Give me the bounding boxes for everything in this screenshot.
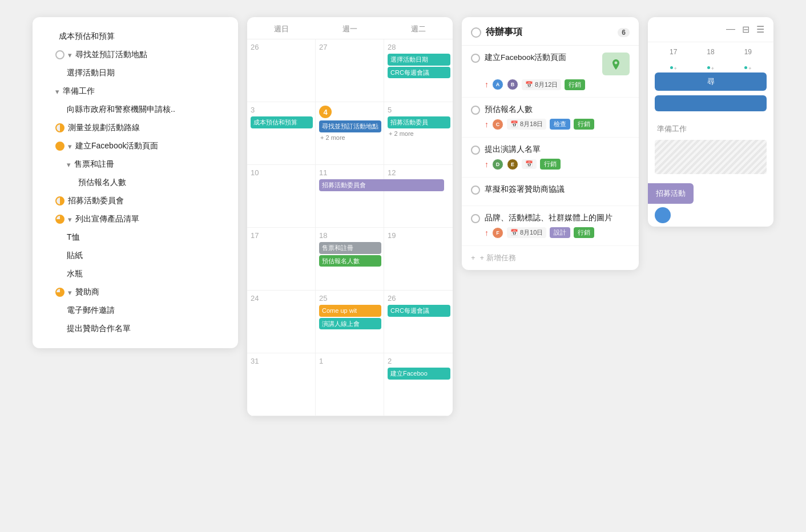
date-text: 8月10日 — [520, 228, 543, 237]
cal-cell[interactable]: 28 選擇活動日期 CRC每週會議 — [384, 39, 453, 102]
calendar-event[interactable]: 招募活動委員 — [388, 116, 450, 128]
add-task-button[interactable]: + + 新增任務 — [462, 246, 639, 270]
right-search-bar[interactable]: 尋 — [655, 72, 767, 91]
todo-item-radio[interactable] — [471, 54, 480, 63]
cal-date: 12 — [388, 168, 450, 177]
right-cal-date-cell: + — [692, 62, 729, 72]
task-item[interactable]: 電子郵件邀請 — [33, 301, 238, 320]
priority-arrow: ↑ — [485, 120, 489, 129]
todo-item-name: 品牌、活動標誌、社群媒體上的圖片 — [485, 213, 630, 224]
task-label: 售票和註冊 — [74, 159, 114, 170]
avatar: B — [507, 79, 518, 90]
task-item[interactable]: ▾ 尋找並預訂活動地點 — [33, 46, 238, 64]
tag: 行銷 — [540, 159, 561, 170]
task-item[interactable]: ▾ 建立Facebook活動頁面 — [33, 137, 238, 155]
right-cal-header: 17 18 19 — [648, 42, 773, 62]
todo-radio[interactable] — [471, 27, 481, 38]
task-item[interactable]: T恤 — [33, 228, 238, 247]
todo-item[interactable]: 預估報名人數 ↑ C 📅 8月18日 檢查 行銷 — [462, 98, 639, 138]
date-badge: 📅 — [522, 159, 537, 169]
task-item[interactable]: ▾ 售票和註冊 — [33, 155, 238, 174]
task-item[interactable]: ▾ 列出宣傳產品清單 — [33, 210, 238, 228]
todo-item-radio[interactable] — [471, 106, 480, 115]
todo-item-radio[interactable] — [471, 214, 480, 223]
todo-item-name: 草擬和簽署贊助商協議 — [485, 184, 630, 195]
calendar-event[interactable]: CRC每週會議 — [388, 67, 450, 79]
task-item[interactable]: 水瓶 — [33, 265, 238, 283]
cal-cell[interactable]: 1 — [316, 353, 384, 416]
cal-cell[interactable]: 5 招募活動委員 + 2 more — [384, 102, 453, 165]
cal-cell[interactable]: 4 尋找並預訂活動地點 + 2 more — [316, 102, 384, 165]
todo-item-radio[interactable] — [471, 186, 480, 195]
cal-cell[interactable]: 10 — [247, 165, 316, 228]
task-radio[interactable] — [55, 50, 65, 59]
calendar-event[interactable]: 尋找並預訂活動地點 — [319, 120, 381, 132]
right-recruit-bar: 招募活動 — [648, 183, 694, 204]
todo-item[interactable]: 品牌、活動標誌、社群媒體上的圖片 ↑ F 📅 8月10日 設計 行銷 — [462, 206, 639, 246]
calendar-icon: 📅 — [525, 160, 533, 168]
expand-arrow: ▾ — [68, 215, 72, 224]
task-item[interactable]: 測量並規劃活動路線 — [33, 119, 238, 137]
cal-cell[interactable]: 24 — [247, 291, 316, 353]
cal-cell[interactable]: 11 招募活動委員會 — [316, 165, 384, 228]
todo-item-name: 建立Facebook活動頁面 — [485, 53, 598, 63]
todo-meta: ↑ A B 📅 8月12日 行銷 — [471, 79, 630, 90]
cal-cell[interactable]: 18 售票和註冊 預估報名人數 — [316, 228, 384, 291]
cal-cell[interactable]: 26 — [247, 39, 316, 102]
pie-progress-icon — [55, 215, 65, 224]
todo-item[interactable]: 建立Facebook活動頁面 ↑ A B 📅 8月12日 行銷 — [462, 46, 639, 98]
cal-cell[interactable]: 3 成本預估和預算 — [247, 102, 316, 165]
cal-cell[interactable]: 17 — [247, 228, 316, 291]
todo-item-radio[interactable] — [471, 146, 480, 155]
calendar-event-span[interactable]: 招募活動委員會 — [319, 179, 444, 191]
right-section-label: 準備工作 — [648, 116, 773, 138]
task-item[interactable]: 招募活動委員會 — [33, 192, 238, 210]
expand-arrow: ▾ — [55, 87, 59, 96]
cal-cell[interactable]: 19 — [384, 228, 453, 291]
avatar: A — [492, 79, 503, 90]
right-cal-day: 19 — [730, 46, 767, 58]
minimize-icon[interactable]: — — [726, 24, 735, 35]
task-label: 成本預估和預算 — [59, 31, 115, 42]
calendar-event[interactable]: 演講人線上會 — [319, 318, 381, 330]
todo-item[interactable]: 提出演講人名單 ↑ D E 📅 行銷 — [462, 138, 639, 178]
half-progress-icon — [55, 123, 65, 132]
task-item[interactable]: 成本預估和預算 — [33, 27, 238, 46]
dot-plus: + — [748, 66, 751, 71]
cal-cell[interactable]: 2 建立Faceboo — [384, 353, 453, 416]
cal-cell[interactable]: 27 — [316, 39, 384, 102]
task-label: 招募活動委員會 — [68, 196, 124, 206]
restore-icon[interactable]: ⊟ — [742, 24, 749, 35]
task-item[interactable]: 預估報名人數 — [33, 174, 238, 192]
calendar-event[interactable]: 成本預估和預算 — [251, 116, 313, 128]
task-item[interactable]: 貼紙 — [33, 247, 238, 265]
cal-cell[interactable]: 12 — [384, 165, 453, 228]
calendar-event[interactable]: CRC每週會議 — [388, 305, 450, 317]
menu-icon[interactable]: ☰ — [756, 24, 764, 35]
calendar-event[interactable]: 預估報名人數 — [319, 255, 381, 267]
cal-date: 17 — [251, 231, 313, 240]
cal-cell[interactable]: 26 CRC每週會議 — [384, 291, 453, 353]
tag: 行銷 — [574, 227, 594, 238]
cal-date: 24 — [251, 294, 313, 303]
cal-cell[interactable]: 31 — [247, 353, 316, 416]
avatar: E — [507, 159, 518, 170]
cal-date: 1 — [319, 357, 381, 365]
cal-cell[interactable]: 25 Come up wit 演講人線上會 — [316, 291, 384, 353]
task-item[interactable]: 選擇活動日期 — [33, 64, 238, 82]
priority-arrow: ↑ — [485, 160, 489, 169]
task-item[interactable]: 向縣市政府和警察機關申請核.. — [33, 100, 238, 119]
task-item[interactable]: ▾ 準備工作 — [33, 82, 238, 100]
task-item[interactable]: 提出贊助合作名單 — [33, 320, 238, 338]
calendar-event[interactable]: 建立Faceboo — [388, 368, 450, 380]
calendar-event[interactable]: 選擇活動日期 — [388, 54, 450, 66]
calendar-event[interactable]: Come up wit — [319, 305, 381, 317]
more-events-link[interactable]: + 2 more — [388, 130, 450, 138]
right-panel-controls: — ⊟ ☰ — [648, 17, 773, 42]
task-item[interactable]: ▾ 贊助商 — [33, 283, 238, 301]
calendar-event[interactable]: 售票和註冊 — [319, 242, 381, 254]
task-label: 準備工作 — [63, 86, 95, 96]
priority-arrow: ↑ — [485, 80, 489, 89]
todo-item[interactable]: 草擬和簽署贊助商協議 — [462, 178, 639, 206]
more-events-link[interactable]: + 2 more — [319, 134, 381, 142]
